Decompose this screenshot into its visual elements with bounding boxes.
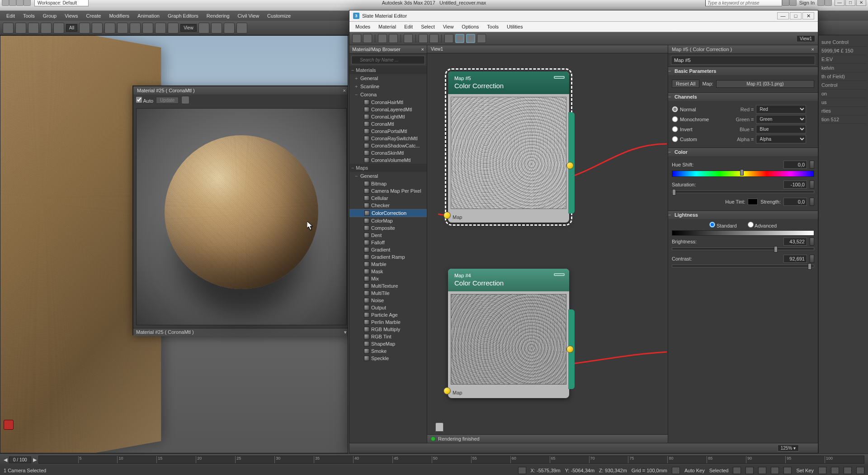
update-button[interactable]: Update bbox=[156, 97, 179, 104]
mat-editor-options-button[interactable] bbox=[477, 34, 486, 43]
eyedropper-icon[interactable] bbox=[363, 34, 372, 43]
menu-customize[interactable]: Customize bbox=[264, 12, 294, 19]
tree-item[interactable]: Gradient Ramp bbox=[349, 253, 427, 261]
sat-spinner[interactable] bbox=[810, 180, 814, 189]
node5-minimize-icon[interactable] bbox=[554, 76, 565, 79]
pick-button[interactable] bbox=[352, 34, 361, 43]
timeline-prev-icon[interactable]: ◀ bbox=[4, 457, 7, 463]
lock-icon[interactable] bbox=[181, 96, 189, 104]
viewport-nav4-icon[interactable] bbox=[856, 467, 864, 474]
node-graph-canvas[interactable]: Map #5 Color Correction Map Map #4 bbox=[427, 53, 668, 434]
select-name-button[interactable] bbox=[92, 23, 103, 33]
menu-group[interactable]: Group bbox=[39, 12, 61, 19]
tree-item[interactable]: ShapeMap bbox=[349, 340, 427, 347]
window-maximize[interactable]: □ bbox=[845, 0, 855, 6]
strength-spinner[interactable] bbox=[810, 198, 814, 206]
exchange-icon[interactable] bbox=[817, 0, 825, 6]
mode-invert-radio[interactable] bbox=[672, 126, 678, 132]
autokey-button[interactable]: Auto Key bbox=[684, 468, 705, 473]
hue-slider[interactable] bbox=[672, 171, 814, 177]
menu-modifiers[interactable]: Modifiers bbox=[105, 12, 133, 19]
browser-search-input[interactable] bbox=[351, 56, 425, 64]
ref-coord-button[interactable] bbox=[168, 23, 179, 33]
ref-coord-dropdown[interactable]: View bbox=[180, 24, 197, 32]
mode-mono-radio[interactable] bbox=[672, 116, 678, 122]
help-icon[interactable] bbox=[825, 0, 832, 6]
red-channel-select[interactable]: Red bbox=[756, 105, 807, 114]
key-filter[interactable]: Selected bbox=[709, 468, 729, 473]
tree-item[interactable]: CoronaLayeredMtl bbox=[349, 106, 427, 113]
con-spinner[interactable] bbox=[810, 255, 814, 263]
slate-menu-edit[interactable]: Edit bbox=[401, 23, 416, 30]
node-map5[interactable]: Map #5 Color Correction Map bbox=[448, 71, 569, 223]
key-toggle-icon[interactable] bbox=[4, 420, 14, 430]
rotate-button[interactable] bbox=[142, 23, 153, 33]
tree-item[interactable]: CoronaHairMtl bbox=[349, 99, 427, 106]
tree-item[interactable]: Marble bbox=[349, 261, 427, 268]
contrast-input[interactable] bbox=[783, 255, 807, 263]
rollout-channels[interactable]: Channels bbox=[668, 93, 818, 101]
mode-custom-radio[interactable] bbox=[672, 136, 678, 142]
tree-item[interactable]: CoronaShadowCatc... bbox=[349, 142, 427, 149]
tree-item[interactable]: RGB Multiply bbox=[349, 326, 427, 333]
alpha-channel-select[interactable]: Alpha bbox=[756, 135, 807, 143]
sign-in-link[interactable]: Sign In bbox=[797, 0, 817, 5]
qat-undo-icon[interactable] bbox=[16, 0, 24, 6]
node5-output-socket[interactable] bbox=[566, 162, 574, 169]
tree-category[interactable]: Maps bbox=[349, 164, 427, 172]
node4-output-socket[interactable] bbox=[566, 346, 574, 353]
snap-toggle-button[interactable] bbox=[466, 34, 475, 43]
brightness-slider[interactable] bbox=[672, 247, 814, 250]
link-button[interactable] bbox=[28, 23, 39, 33]
bri-spinner[interactable] bbox=[810, 238, 814, 246]
auto-update-checkbox[interactable]: Auto bbox=[136, 97, 153, 104]
menu-edit[interactable]: Edit bbox=[3, 12, 19, 19]
node5-input-socket[interactable] bbox=[443, 212, 451, 219]
goto-end-icon[interactable] bbox=[783, 467, 792, 474]
next-frame-icon[interactable] bbox=[771, 467, 779, 474]
menu-tools[interactable]: Tools bbox=[19, 12, 38, 19]
blue-channel-select[interactable]: Blue bbox=[756, 125, 807, 133]
rollout-lightness[interactable]: Lightness bbox=[668, 211, 818, 219]
star-icon[interactable] bbox=[789, 0, 797, 6]
tree-item[interactable]: Mask bbox=[349, 268, 427, 275]
hue-shift-input[interactable] bbox=[783, 161, 807, 169]
viewport-nav1-icon[interactable] bbox=[818, 467, 826, 474]
tree-item[interactable]: Smoke bbox=[349, 347, 427, 355]
rollout-color[interactable]: Color bbox=[668, 148, 818, 156]
slate-close[interactable]: ✕ bbox=[802, 12, 814, 19]
app-icon[interactable] bbox=[2, 0, 9, 6]
prev-frame-icon[interactable] bbox=[745, 467, 754, 474]
slate-menu-utilities[interactable]: Utilities bbox=[504, 23, 526, 30]
window-close[interactable]: ✕ bbox=[856, 0, 866, 6]
menu-rendering[interactable]: Rendering bbox=[203, 12, 233, 19]
perspective-viewport[interactable]: Material #25 ( CoronaMtl ) × Auto Update… bbox=[0, 35, 348, 453]
move-button[interactable] bbox=[130, 23, 141, 33]
slate-menu-options[interactable]: Options bbox=[458, 23, 482, 30]
layout-all-button[interactable] bbox=[444, 34, 453, 43]
tree-item[interactable]: Falloff bbox=[349, 239, 427, 246]
tree-item[interactable]: Camera Map Per Pixel bbox=[349, 187, 427, 195]
tree-group[interactable]: General bbox=[349, 74, 427, 82]
lock-selection-icon[interactable] bbox=[518, 467, 526, 474]
timeline[interactable]: ◀ 0 / 100 ▶ 5101520253035404550556065707… bbox=[0, 454, 868, 466]
redo-button[interactable] bbox=[15, 23, 26, 33]
tree-item[interactable]: Mix bbox=[349, 275, 427, 282]
contrast-slider[interactable] bbox=[672, 265, 814, 267]
graph-view-tab[interactable]: View1 bbox=[427, 45, 668, 53]
viewport-nav3-icon[interactable] bbox=[844, 467, 852, 474]
slate-menu-view[interactable]: View bbox=[440, 23, 457, 30]
tree-item[interactable]: CoronaLightMtl bbox=[349, 113, 427, 120]
play-icon[interactable] bbox=[758, 467, 766, 474]
use-center-button[interactable] bbox=[198, 23, 209, 33]
window-crossing-button[interactable] bbox=[117, 23, 128, 33]
hue-spinner[interactable] bbox=[810, 161, 814, 169]
tree-item[interactable]: CoronaVolumeMtl bbox=[349, 157, 427, 164]
mat-preview-title[interactable]: Material #25 ( CoronaMtl ) × bbox=[133, 86, 348, 95]
tree-item[interactable]: Bitmap bbox=[349, 180, 427, 187]
lightness-standard-radio[interactable]: Standard bbox=[709, 222, 737, 228]
node-map4[interactable]: Map #4 Color Correction Map bbox=[448, 269, 569, 398]
bind-button[interactable] bbox=[53, 23, 64, 33]
viewport-nav2-icon[interactable] bbox=[831, 467, 839, 474]
menu-animation[interactable]: Animation bbox=[134, 12, 163, 19]
